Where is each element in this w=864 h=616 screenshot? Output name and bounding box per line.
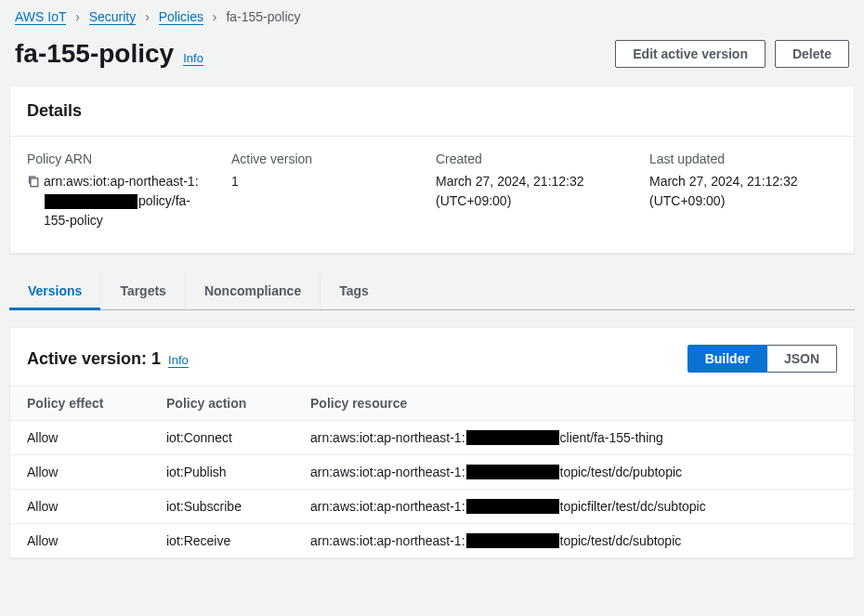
- table-row: Allowiot:Subscribearn:aws:iot:ap-northea…: [10, 490, 854, 524]
- cell-action: iot:Receive: [150, 524, 294, 558]
- cell-effect: Allow: [10, 421, 150, 455]
- arn-label: Policy ARN: [27, 151, 213, 166]
- col-header-action: Policy action: [150, 387, 294, 421]
- table-row: Allowiot:Publisharn:aws:iot:ap-northeast…: [10, 455, 854, 490]
- col-header-resource: Policy resource: [294, 387, 854, 421]
- redacted-account-id: xxxxxxxxxx: [466, 465, 559, 479]
- breadcrumb-current: fa-155-policy: [226, 9, 300, 24]
- chevron-right-icon: ›: [75, 9, 80, 24]
- redacted-account-id: xxxxxxxxxx: [466, 430, 559, 445]
- updated-value: March 27, 2024, 21:12:32 (UTC+09:00): [649, 172, 818, 211]
- cell-resource: arn:aws:iot:ap-northeast-1:xxxxxxxxxxcli…: [294, 421, 854, 455]
- tab-noncompliance[interactable]: Noncompliance: [186, 272, 321, 309]
- details-heading: Details: [27, 101, 837, 121]
- active-version-label: Active version: [231, 151, 417, 166]
- redacted-account-id: xxxxxxxxxx: [45, 194, 137, 209]
- breadcrumb: AWS IoT › Security › Policies › fa-155-p…: [0, 0, 864, 30]
- cell-effect: Allow: [10, 455, 150, 490]
- details-panel: Details Policy ARN arn:aws:iot:ap-northe…: [9, 85, 855, 254]
- cell-action: iot:Subscribe: [150, 490, 294, 524]
- redacted-account-id: xxxxxxxxxx: [466, 499, 559, 514]
- page-header: fa-155-policy Info Edit active version D…: [0, 30, 864, 85]
- table-row: Allowiot:Connectarn:aws:iot:ap-northeast…: [10, 421, 854, 455]
- info-link[interactable]: Info: [183, 51, 203, 66]
- info-link-version[interactable]: Info: [168, 353, 189, 368]
- tab-targets[interactable]: Targets: [101, 272, 186, 309]
- json-toggle-button[interactable]: JSON: [767, 345, 837, 373]
- arn-value: arn:aws:iot:ap-northeast-1:xxxxxxxxxxpol…: [27, 172, 213, 230]
- tab-bar: Versions Targets Noncompliance Tags: [9, 272, 855, 310]
- created-value: March 27, 2024, 21:12:32 (UTC+09:00): [436, 172, 631, 211]
- policy-statements-table: Policy effect Policy action Policy resou…: [10, 386, 854, 557]
- table-row: Allowiot:Receivearn:aws:iot:ap-northeast…: [10, 524, 854, 558]
- cell-resource: arn:aws:iot:ap-northeast-1:xxxxxxxxxxtop…: [294, 455, 854, 490]
- cell-resource: arn:aws:iot:ap-northeast-1:xxxxxxxxxxtop…: [294, 490, 854, 524]
- active-version-panel: Active version: 1 Info Builder JSON Poli…: [9, 327, 855, 558]
- created-label: Created: [436, 151, 631, 166]
- copy-icon[interactable]: [27, 175, 40, 188]
- cell-action: iot:Publish: [150, 455, 294, 490]
- tab-versions[interactable]: Versions: [9, 272, 101, 309]
- updated-label: Last updated: [649, 151, 818, 166]
- cell-action: iot:Connect: [150, 421, 294, 455]
- delete-button[interactable]: Delete: [775, 40, 849, 68]
- page-title: fa-155-policy: [15, 39, 174, 69]
- builder-toggle-button[interactable]: Builder: [687, 345, 767, 373]
- active-version-value: 1: [231, 172, 417, 191]
- breadcrumb-link-policies[interactable]: Policies: [159, 9, 203, 25]
- col-header-effect: Policy effect: [10, 387, 150, 421]
- cell-resource: arn:aws:iot:ap-northeast-1:xxxxxxxxxxtop…: [294, 524, 854, 558]
- view-mode-toggle: Builder JSON: [687, 345, 837, 373]
- breadcrumb-link-awsiot[interactable]: AWS IoT: [15, 9, 66, 25]
- redacted-account-id: xxxxxxxxxx: [466, 533, 559, 548]
- breadcrumb-link-security[interactable]: Security: [89, 9, 137, 25]
- svg-rect-0: [31, 178, 38, 187]
- edit-active-version-button[interactable]: Edit active version: [615, 40, 766, 68]
- chevron-right-icon: ›: [213, 9, 217, 24]
- active-version-title: Active version: 1: [27, 349, 161, 369]
- cell-effect: Allow: [10, 490, 150, 524]
- tab-tags[interactable]: Tags: [321, 272, 387, 309]
- chevron-right-icon: ›: [145, 9, 150, 24]
- cell-effect: Allow: [10, 524, 150, 558]
